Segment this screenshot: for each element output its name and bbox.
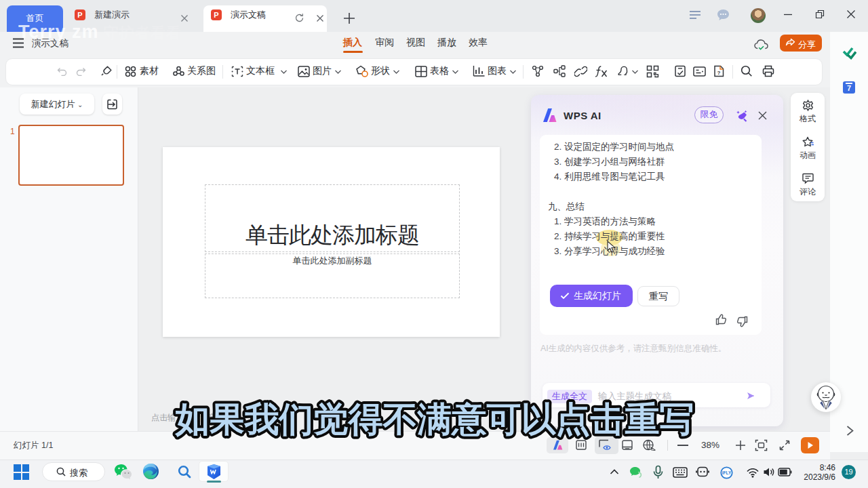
- svg-text:如果我们觉得不满意可以点击重写: 如果我们觉得不满意可以点击重写: [175, 400, 694, 439]
- svg-text:iFLY: iFLY: [722, 470, 732, 475]
- svg-text:?: ?: [717, 70, 721, 76]
